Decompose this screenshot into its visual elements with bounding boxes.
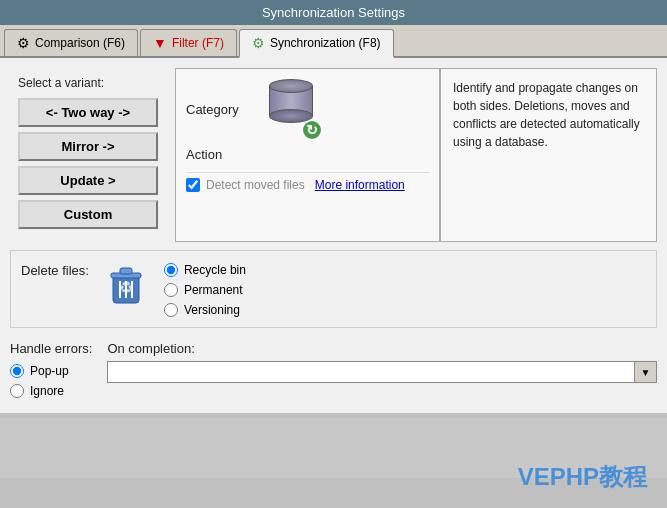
db-bottom [269, 109, 313, 123]
sync-tab-icon: ⚙ [252, 35, 265, 51]
title-bar: Synchronization Settings [0, 0, 667, 25]
on-completion-label: On completion: [107, 341, 657, 356]
custom-button[interactable]: Custom [18, 200, 158, 229]
handle-errors-label: Handle errors: [10, 341, 92, 356]
popup-radio[interactable] [10, 364, 24, 378]
select-variant-label: Select a variant: [18, 76, 167, 90]
left-panel: Select a variant: <- Two way -> Mirror -… [10, 68, 175, 242]
completion-dropdown-button[interactable]: ▼ [634, 362, 656, 382]
permanent-option[interactable]: Permanent [164, 283, 246, 297]
svg-text:♻: ♻ [119, 279, 133, 296]
detect-moved-row: Detect moved files More information [186, 172, 429, 192]
delete-label: Delete files: [21, 263, 89, 278]
delete-section: Delete files: ♻ Recycle bin Per [10, 250, 657, 328]
tab-filter-label: Filter (F7) [172, 36, 224, 50]
more-info-link[interactable]: More information [315, 178, 405, 192]
detect-moved-label: Detect moved files [206, 178, 305, 192]
ignore-option[interactable]: Ignore [10, 384, 92, 398]
action-label: Action [186, 147, 251, 162]
tab-synchronization[interactable]: ⚙ Synchronization (F8) [239, 29, 394, 58]
two-way-button[interactable]: <- Two way -> [18, 98, 158, 127]
mirror-button[interactable]: Mirror -> [18, 132, 158, 161]
ignore-radio[interactable] [10, 384, 24, 398]
recycle-bin-icon: ♻ [104, 261, 149, 306]
popup-option[interactable]: Pop-up [10, 364, 92, 378]
delete-options: Recycle bin Permanent Versioning [164, 263, 246, 317]
recycle-bin-label: Recycle bin [184, 263, 246, 277]
category-label: Category [186, 102, 251, 117]
middle-panel: Category ↻ Action [175, 68, 440, 242]
svg-rect-2 [120, 268, 132, 274]
top-section: Select a variant: <- Two way -> Mirror -… [10, 68, 657, 242]
ignore-label: Ignore [30, 384, 64, 398]
recycle-bin-radio[interactable] [164, 263, 178, 277]
versioning-label: Versioning [184, 303, 240, 317]
recycle-bin-option[interactable]: Recycle bin [164, 263, 246, 277]
category-action: Category ↻ Action [186, 79, 429, 162]
popup-label: Pop-up [30, 364, 69, 378]
db-top [269, 79, 313, 93]
tab-comparison[interactable]: ⚙ Comparison (F6) [4, 29, 138, 56]
watermark: VEPHP教程 [518, 461, 647, 493]
permanent-radio[interactable] [164, 283, 178, 297]
bottom-section: Handle errors: Pop-up Ignore On completi… [10, 336, 657, 403]
versioning-option[interactable]: Versioning [164, 303, 246, 317]
description-text: Identify and propagate changes on both s… [453, 81, 640, 149]
permanent-label: Permanent [184, 283, 243, 297]
sync-arrow-icon: ↻ [301, 119, 323, 141]
tab-filter[interactable]: ▼ Filter (F7) [140, 29, 237, 56]
on-completion-section: On completion: ▼ [107, 341, 657, 398]
completion-input[interactable] [108, 362, 634, 382]
handle-errors-section: Handle errors: Pop-up Ignore [10, 341, 92, 398]
main-content: Select a variant: <- Two way -> Mirror -… [0, 58, 667, 413]
detect-moved-checkbox[interactable] [186, 178, 200, 192]
filter-icon: ▼ [153, 35, 167, 51]
handle-errors-options: Pop-up Ignore [10, 364, 92, 398]
action-row: Action [186, 147, 429, 162]
comparison-icon: ⚙ [17, 35, 30, 51]
sync-database-icon: ↻ [266, 79, 321, 139]
update-button[interactable]: Update > [18, 166, 158, 195]
title-text: Synchronization Settings [262, 5, 405, 20]
tab-bar: ⚙ Comparison (F6) ▼ Filter (F7) ⚙ Synchr… [0, 25, 667, 58]
category-row: Category ↻ [186, 79, 429, 139]
dropdown-arrow-icon: ▼ [641, 367, 651, 378]
tab-comparison-label: Comparison (F6) [35, 36, 125, 50]
right-panel: Identify and propagate changes on both s… [440, 68, 657, 242]
completion-dropdown: ▼ [107, 361, 657, 383]
versioning-radio[interactable] [164, 303, 178, 317]
tab-synchronization-label: Synchronization (F8) [270, 36, 381, 50]
